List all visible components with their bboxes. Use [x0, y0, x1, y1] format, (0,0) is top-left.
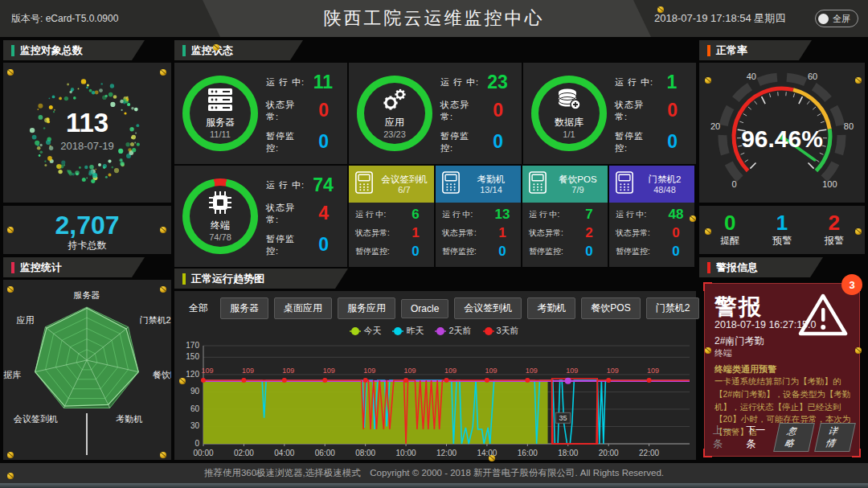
header-right-zone: 2018-07-19 17:18:54 星期四 全屏	[633, 0, 868, 37]
stat-row-abnormal: 状态异常: 0	[266, 99, 341, 123]
status-ring: 服务器 11/11	[182, 76, 258, 151]
device-ratio: 13/14	[465, 185, 518, 195]
status-card-数据库[interactable]: 数据库 1/1 运 行 中: 1 状态异常: 0 暂停监控: 0	[523, 63, 696, 164]
status-card-应用[interactable]: 应用 23/23 运 行 中: 23 状态异常: 0 暂停监控: 0	[349, 63, 522, 164]
stat-label: 暂停监控:	[266, 233, 306, 257]
access-device-icon	[615, 170, 634, 198]
device-ratio: 48/48	[638, 185, 691, 195]
trend-tab-餐饮POS[interactable]: 餐饮POS	[581, 297, 640, 319]
svg-text:门禁机2: 门禁机2	[140, 315, 171, 325]
ignore-button[interactable]: 忽略	[773, 423, 815, 452]
screw-icon	[160, 69, 166, 76]
stat-label: 状态异常:	[266, 99, 306, 123]
status-ring: 数据库 1/1	[531, 76, 607, 151]
trend-tab-服务器[interactable]: 服务器	[220, 297, 268, 319]
svg-text:30: 30	[190, 421, 200, 430]
alarm-count-提醒[interactable]: 0 提醒	[720, 212, 739, 248]
trend-legend: 今天昨天2天前3天前	[174, 325, 696, 337]
svg-text:0: 0	[732, 179, 737, 189]
trend-tab-服务应用[interactable]: 服务应用	[338, 297, 395, 319]
device-card-考勤机[interactable]: 考勤机 13/14 运 行 中: 13 状态异常: 1 暂停监控: 0	[436, 166, 521, 267]
card-total-panel: 2,707 持卡总数	[3, 206, 171, 254]
svg-text:20:00: 20:00	[599, 449, 619, 457]
status-card-服务器[interactable]: 服务器 11/11 运 行 中: 11 状态异常: 0 暂停监控: 0	[174, 63, 347, 164]
trend-tab-会议签到机[interactable]: 会议签到机	[454, 297, 522, 319]
trend-title: 正常运行趋势图	[191, 272, 264, 286]
trend-tab-Oracle[interactable]: Oracle	[401, 299, 448, 318]
prev-alert-button[interactable]: 上一条	[713, 424, 738, 451]
device-card-会议签到机[interactable]: 会议签到机 6/7 运 行 中: 6 状态异常: 1 暂停监控: 0	[349, 166, 434, 267]
trend-tab-桌面应用[interactable]: 桌面应用	[274, 297, 332, 319]
detail-button[interactable]: 详情	[814, 423, 856, 452]
trend-tab-考勤机[interactable]: 考勤机	[527, 297, 575, 319]
legend-item-3天前[interactable]: 3天前	[485, 325, 519, 337]
stat-row-paused: 暂停监控: 0	[442, 244, 514, 258]
svg-text:餐饮POS: 餐饮POS	[153, 370, 171, 379]
svg-text:60: 60	[808, 72, 817, 81]
card-ratio: 74/78	[209, 232, 231, 242]
stat-row-running: 运 行 中: 6	[355, 207, 428, 221]
legend-dot-icon	[394, 327, 402, 335]
corner-bracket	[852, 449, 861, 457]
legend-dot-icon	[351, 327, 359, 335]
alarm-count-value: 1	[772, 212, 792, 234]
svg-text:考勤机: 考勤机	[116, 414, 142, 424]
stat-row-abnormal: 状态异常: 0	[440, 99, 515, 123]
panel-tab-trend: 正常运行趋势图	[174, 269, 348, 289]
stat-label: 状态异常:	[616, 228, 650, 239]
screw-icon	[7, 286, 14, 293]
device-card-header: 会议签到机 6/7	[349, 166, 434, 203]
device-card-门禁机2[interactable]: 门禁机2 48/48 运 行 中: 48 状态异常: 0 暂停监控: 0	[609, 166, 694, 267]
device-card-header: 门禁机2 48/48	[609, 166, 694, 203]
svg-text:109: 109	[201, 367, 213, 375]
next-alert-button[interactable]: 下一条	[746, 424, 771, 451]
alarm-count-报警[interactable]: 2 报警	[825, 212, 844, 248]
card-stats: 运 行 中: 23 状态异常: 0 暂停监控: 0	[432, 73, 517, 154]
screw-icon	[7, 69, 14, 76]
monitor-total-panel: 113 2018-07-19	[3, 63, 171, 203]
fullscreen-toggle[interactable]: 全屏	[815, 10, 858, 27]
alarm-count-label: 预警	[772, 234, 792, 248]
screw-icon	[7, 473, 14, 479]
header-bar: 版本号: eCard-T5.0.0900 陕西工院云运维监控中心 2018-07…	[0, 0, 868, 37]
svg-text:109: 109	[404, 367, 416, 375]
stat-row-running: 运 行 中: 74	[266, 176, 341, 195]
legend-dot-icon	[436, 327, 444, 335]
legend-item-2天前[interactable]: 2天前	[436, 325, 471, 337]
stat-value-abnormal: 0	[306, 101, 341, 120]
trend-tab-全部[interactable]: 全部	[182, 298, 215, 318]
stat-label: 暂停监控:	[616, 246, 650, 257]
svg-text:会议签到机: 会议签到机	[14, 414, 58, 424]
stat-label: 状态异常:	[442, 228, 477, 239]
corner-bracket	[703, 282, 712, 291]
svg-text:10:00: 10:00	[396, 449, 416, 457]
stat-row-running: 运 行 中: 1	[615, 73, 690, 92]
stat-label: 暂停监控:	[529, 246, 563, 257]
card-stats: 运 行 中: 1 状态异常: 0 暂停监控: 0	[607, 73, 691, 154]
alarm-count-预警[interactable]: 1 预警	[772, 212, 792, 248]
trend-tab-门禁机2[interactable]: 门禁机2	[646, 297, 700, 319]
device-ratio: 7/9	[551, 185, 604, 195]
svg-text:109: 109	[323, 367, 335, 375]
svg-text:04:00: 04:00	[274, 449, 294, 457]
legend-item-昨天[interactable]: 昨天	[394, 325, 424, 337]
stat-row-paused: 暂停监控: 0	[616, 244, 688, 258]
alert-card[interactable]: 3 警报 2018-07-19 16:27:15.0 2#南门考勤 终端 终端类…	[704, 283, 860, 457]
stat-value-abnormal: 0	[664, 226, 688, 240]
stat-row-running: 运 行 中: 48	[616, 207, 688, 221]
device-name: 会议签到机	[378, 174, 431, 185]
legend-item-今天[interactable]: 今天	[351, 325, 381, 337]
stat-value-paused: 0	[490, 244, 514, 258]
stat-row-running: 运 行 中: 11	[266, 73, 341, 92]
svg-text:06:00: 06:00	[315, 449, 335, 457]
screw-icon	[179, 378, 186, 384]
dashboard-root: 版本号: eCard-T5.0.0900 陕西工院云运维监控中心 2018-07…	[0, 0, 868, 488]
signin-device-icon	[354, 170, 374, 198]
device-card-body: 运 行 中: 6 状态异常: 1 暂停监控: 0	[349, 203, 434, 258]
device-card-餐饮POS[interactable]: 餐饮POS 7/9 运 行 中: 7 状态异常: 2 暂停监控: 0	[522, 166, 608, 267]
alert-count-badge: 3	[841, 274, 862, 295]
status-card-终端[interactable]: 终端 74/78 运 行 中: 74 状态异常: 4 暂停监控: 0	[174, 166, 347, 267]
fullscreen-label: 全屏	[833, 13, 850, 25]
device-card-body: 运 行 中: 48 状态异常: 0 暂停监控: 0	[609, 203, 694, 258]
normal-rate-title: 正常率	[716, 43, 747, 58]
